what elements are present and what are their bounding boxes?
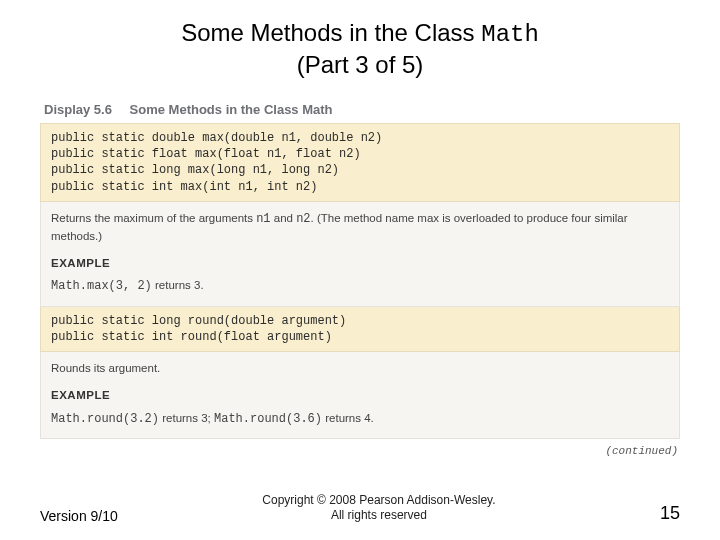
example-code: Math.round(3.2) xyxy=(51,412,159,426)
example-line: Math.max(3, 2) returns 3. xyxy=(51,277,669,295)
continued-label: (continued) xyxy=(0,445,678,457)
example-tail: returns 3. xyxy=(152,279,204,291)
description-block-round: Rounds its argument. EXAMPLE Math.round(… xyxy=(40,352,680,439)
slide-title: Some Methods in the Class Math (Part 3 o… xyxy=(0,0,720,80)
figure: Display 5.6 Some Methods in the Class Ma… xyxy=(40,98,680,439)
desc-arg: n1 xyxy=(256,212,270,226)
signature-line: public static long max(long n1, long n2) xyxy=(51,162,669,178)
title-text: Some Methods in the Class xyxy=(181,19,481,46)
copyright-line-1: Copyright © 2008 Pearson Addison-Wesley. xyxy=(262,493,495,507)
example-label: EXAMPLE xyxy=(51,387,669,404)
desc-fragment: and xyxy=(271,212,297,224)
copyright: Copyright © 2008 Pearson Addison-Wesley.… xyxy=(118,493,640,524)
code-block-round: public static long round(double argument… xyxy=(40,307,680,352)
example-fragment: returns 3; xyxy=(159,412,214,424)
example-line: Math.round(3.2) returns 3; Math.round(3.… xyxy=(51,410,669,428)
title-line-1: Some Methods in the Class Math xyxy=(0,18,720,50)
display-caption: Some Methods in the Class Math xyxy=(130,102,333,117)
example-code: Math.round(3.6) xyxy=(214,412,322,426)
description-text: Returns the maximum of the arguments n1 … xyxy=(51,210,669,245)
page-number: 15 xyxy=(640,503,680,524)
code-block-max: public static double max(double n1, doub… xyxy=(40,123,680,202)
desc-arg: n2 xyxy=(296,212,310,226)
signature-line: public static int round(float argument) xyxy=(51,329,669,345)
version-label: Version 9/10 xyxy=(40,508,118,524)
title-classname: Math xyxy=(481,21,539,48)
signature-line: public static long round(double argument… xyxy=(51,313,669,329)
description-block-max: Returns the maximum of the arguments n1 … xyxy=(40,202,680,307)
desc-fragment: Returns the maximum of the arguments xyxy=(51,212,256,224)
display-header: Display 5.6 Some Methods in the Class Ma… xyxy=(40,98,680,123)
title-line-2: (Part 3 of 5) xyxy=(0,50,720,80)
signature-line: public static float max(float n1, float … xyxy=(51,146,669,162)
signature-line: public static int max(int n1, int n2) xyxy=(51,179,669,195)
description-text: Rounds its argument. xyxy=(51,360,669,377)
example-fragment: returns 4. xyxy=(322,412,374,424)
footer: Version 9/10 Copyright © 2008 Pearson Ad… xyxy=(0,493,720,524)
example-label: EXAMPLE xyxy=(51,255,669,272)
slide: Some Methods in the Class Math (Part 3 o… xyxy=(0,0,720,540)
display-label: Display 5.6 xyxy=(44,102,112,117)
signature-line: public static double max(double n1, doub… xyxy=(51,130,669,146)
example-code: Math.max(3, 2) xyxy=(51,279,152,293)
copyright-line-2: All rights reserved xyxy=(331,508,427,522)
